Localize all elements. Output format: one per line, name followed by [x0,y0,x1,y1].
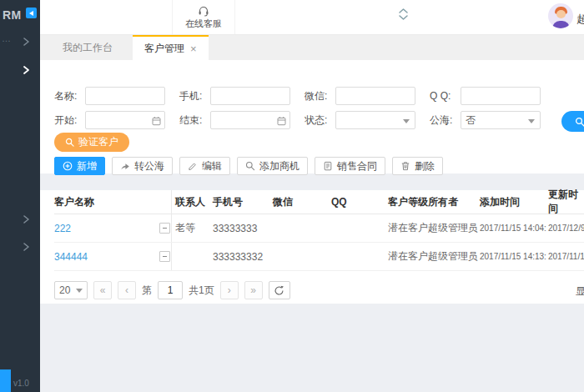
cell-added-time: 2017/11/15 14:04: [480,224,548,233]
add-button[interactable]: 新增 [54,157,105,175]
wechat-input[interactable] [335,87,415,105]
chevron-right-icon [22,65,31,75]
last-page-button[interactable]: » [244,281,263,299]
col-header-updated: 更新时间 [548,188,584,216]
chevron-right-icon [22,37,31,47]
search-icon [65,138,74,147]
filter-public-sea: 公海: 否 [430,111,555,129]
expand-row-icon[interactable] [159,223,170,234]
share-arrow-icon [120,161,130,171]
customer-name-link[interactable]: 344444 [54,251,88,263]
trash-icon [400,161,410,171]
status-select[interactable] [335,111,415,129]
public-sea-select-value: 否 [466,113,476,128]
sidebar-collapse-button[interactable] [26,8,37,18]
filter-qq: Q Q: [430,87,555,105]
cell-phone: 33333333 [213,223,273,234]
sales-contract-button[interactable]: 销售合同 [315,157,385,175]
end-date-input[interactable] [210,111,290,129]
customer-name-link[interactable]: 222 [54,223,71,234]
page-number-input[interactable] [158,281,183,299]
filter-phone: 手机: [179,87,305,105]
username-truncated: 超 [576,12,584,27]
avatar[interactable] [548,3,573,28]
add-opportunity-button[interactable]: 添加商机 [237,157,308,175]
table-row[interactable]: 344444 333333332 潜在客户 超级管理员 2017/11/15 1… [54,243,584,271]
status-label: 状态: [305,113,335,128]
to-public-sea-button[interactable]: 转公海 [112,157,173,175]
total-pages: 共1页 [189,284,214,298]
main-content: 名称: 手机: 微信: Q Q: 开始: [40,60,584,392]
name-input[interactable] [85,87,165,105]
verify-customer-label: 验证客户 [78,135,118,149]
next-page-button[interactable]: › [220,281,239,299]
cell-added-time: 2017/11/15 14:13: [480,252,548,261]
tab-workbench[interactable]: 我的工作台 [51,35,124,60]
tab-bar: 我的工作台 客户管理 × [40,35,584,60]
public-sea-label: 公海: [430,113,461,128]
collapse-left-icon [29,11,33,16]
calendar-icon [277,116,286,126]
col-header-owner: 所有者 [428,195,480,209]
edit-button[interactable]: 编辑 [179,157,230,175]
pencil-icon [188,161,198,171]
add-opportunity-label: 添加商机 [259,159,300,173]
sidebar-item-3[interactable] [0,209,40,230]
sidebar-item-2-active[interactable] [0,59,40,81]
tab-customer-mgmt-label: 客户管理 [144,38,184,60]
filter-start-date: 开始: [54,111,179,129]
refresh-icon [274,285,284,296]
table-row[interactable]: 222 老等 33333333 潜在客户 超级管理员 2017/11/15 14… [54,214,584,243]
headset-icon [197,4,210,17]
filter-status: 状态: [305,111,430,129]
header-arrows [398,8,409,21]
delete-button[interactable]: 删除 [392,157,443,175]
search-icon [245,161,255,171]
cell-updated-time: 2017/12/9 17 [548,224,584,233]
end-label: 结束: [179,113,210,128]
delete-button-label: 删除 [415,159,435,173]
customer-table-panel: 客户名称 联系人 手机号 微信 QQ 客户等级 所有者 添加时间 更新时间 22… [40,190,584,304]
chevron-right-icon [22,214,31,224]
phone-input[interactable] [210,87,290,105]
page-size-select[interactable]: 20 [54,281,88,299]
cell-phone: 333333332 [213,251,273,263]
close-icon[interactable]: × [190,38,197,60]
first-page-button[interactable]: « [93,281,112,299]
prev-page-button[interactable]: ‹ [118,281,136,299]
verify-customer-button[interactable]: 验证客户 [54,133,129,152]
qq-input[interactable] [461,87,541,105]
avatar-face [556,10,566,18]
col-header-wechat: 微信 [273,195,331,209]
caret-down-icon [76,289,83,293]
chevron-up-icon[interactable] [398,8,409,14]
col-header-contact: 联系人 [172,195,213,209]
sidebar: RM … v1.0 [0,0,40,392]
refresh-button[interactable] [269,281,290,299]
filter-end-date: 结束: [179,111,305,129]
filter-wechat: 微信: [305,87,430,105]
name-label: 名称: [54,89,85,103]
avatar-body [552,21,570,28]
sidebar-item-4[interactable] [0,236,40,258]
plus-circle-icon [63,161,73,171]
start-date-input[interactable] [85,111,165,129]
toolbar: 新增 转公海 编辑 添 [54,157,584,175]
chevron-down-icon[interactable] [398,14,409,21]
qq-label: Q Q: [430,90,461,102]
online-service-button[interactable]: 在线客服 [172,0,235,34]
expand-row-icon[interactable] [159,251,170,262]
floating-widget[interactable] [0,369,11,392]
search-button[interactable]: 搜索 [561,111,584,132]
cell-owner: 超级管理员 [428,249,480,264]
tab-customer-mgmt[interactable]: 客户管理 × [133,35,209,60]
edit-button-label: 编辑 [202,159,222,173]
sidebar-item-1[interactable] [0,31,40,53]
tab-workbench-label: 我的工作台 [63,42,113,53]
document-icon [323,161,333,171]
add-button-label: 新增 [77,159,97,173]
public-sea-select[interactable]: 否 [461,111,541,129]
calendar-icon [152,116,161,126]
col-header-expand [159,190,172,214]
page-prefix: 第 [142,284,152,298]
